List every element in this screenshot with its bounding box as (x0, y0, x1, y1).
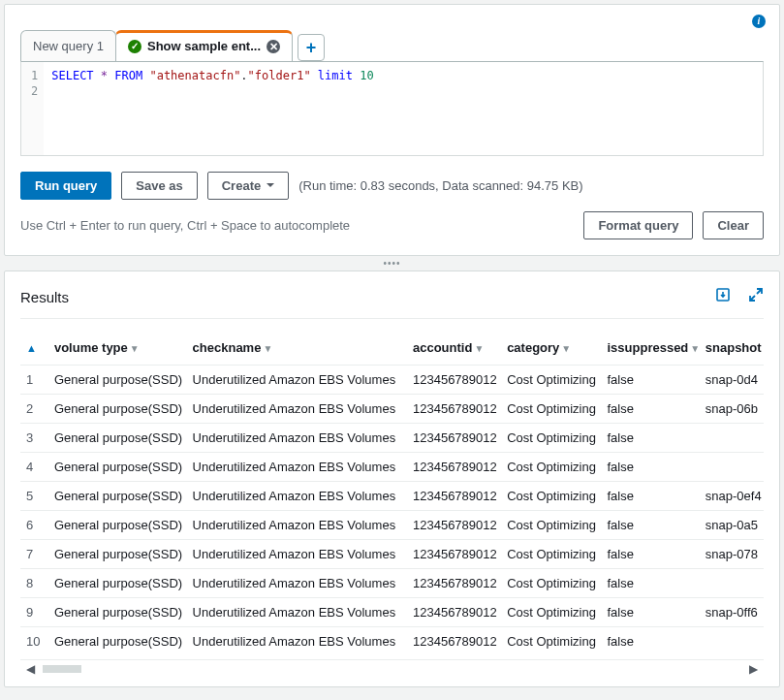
cell-category: Cost Optimizing (501, 424, 601, 453)
col-issuppressed[interactable]: issuppressed▼ (602, 333, 700, 366)
table-row[interactable]: 6General purpose(SSD)Underutilized Amazo… (20, 511, 764, 540)
cell-checkname: Underutilized Amazon EBS Volumes (187, 453, 407, 482)
download-icon[interactable] (715, 287, 731, 306)
cell-snapshot: snap-078 (700, 540, 764, 569)
results-table-container: ▲ volume type▼ checkname▼ accountid▼ cat… (20, 333, 764, 677)
row-number: 7 (20, 540, 48, 569)
scroll-left-icon[interactable]: ◀ (22, 662, 39, 676)
editor-actions: Run query Save as Create (Run time: 0.83… (20, 172, 764, 200)
cell-volume-type: General purpose(SSD) (48, 540, 187, 569)
cell-snapshot: snap-0d4 (700, 366, 764, 395)
table-row[interactable]: 10General purpose(SSD)Underutilized Amaz… (20, 627, 764, 656)
cell-issuppressed: false (602, 395, 700, 424)
cell-volume-type: General purpose(SSD) (48, 482, 187, 511)
cell-accountid: 123456789012 (407, 453, 501, 482)
cell-snapshot: snap-0ff6 (700, 598, 764, 627)
cell-category: Cost Optimizing (501, 482, 601, 511)
tab-label: Show sample ent... (147, 39, 261, 53)
check-icon: ✓ (128, 40, 141, 53)
table-row[interactable]: 1General purpose(SSD)Underutilized Amazo… (20, 366, 764, 395)
horizontal-scrollbar[interactable]: ◀ ▶ (20, 659, 764, 677)
table-row[interactable]: 4General purpose(SSD)Underutilized Amazo… (20, 453, 764, 482)
cell-snapshot: snap-0ef4 (700, 482, 764, 511)
cell-volume-type: General purpose(SSD) (48, 598, 187, 627)
results-title: Results (20, 289, 69, 305)
row-number: 3 (20, 424, 48, 453)
clear-button[interactable]: Clear (703, 211, 764, 239)
cell-issuppressed: false (602, 424, 700, 453)
table-row[interactable]: 2General purpose(SSD)Underutilized Amazo… (20, 395, 764, 424)
cell-checkname: Underutilized Amazon EBS Volumes (187, 598, 407, 627)
query-tabs: New query 1 ✓ Show sample ent... ✕ + (20, 30, 764, 61)
cell-accountid: 123456789012 (407, 366, 501, 395)
format-query-button[interactable]: Format query (583, 211, 693, 239)
col-sort-indicator[interactable]: ▲ (20, 333, 48, 366)
cell-volume-type: General purpose(SSD) (48, 424, 187, 453)
col-checkname[interactable]: checkname▼ (187, 333, 407, 366)
row-number: 4 (20, 453, 48, 482)
col-snapshot[interactable]: snapshot (700, 333, 764, 366)
col-accountid[interactable]: accountid▼ (407, 333, 501, 366)
cell-category: Cost Optimizing (501, 511, 601, 540)
cell-checkname: Underutilized Amazon EBS Volumes (187, 540, 407, 569)
col-volume-type[interactable]: volume type▼ (48, 333, 187, 366)
cell-volume-type: General purpose(SSD) (48, 569, 187, 598)
sql-editor[interactable]: 1 2 SELECT * FROM "athenatacfn"."folder1… (20, 61, 764, 156)
cell-issuppressed: false (602, 540, 700, 569)
cell-issuppressed: false (602, 482, 700, 511)
cell-category: Cost Optimizing (501, 453, 601, 482)
table-row[interactable]: 7General purpose(SSD)Underutilized Amazo… (20, 540, 764, 569)
cell-checkname: Underutilized Amazon EBS Volumes (187, 627, 407, 656)
tab-new-query-1[interactable]: New query 1 (20, 30, 116, 61)
cell-category: Cost Optimizing (501, 627, 601, 656)
cell-accountid: 123456789012 (407, 424, 501, 453)
scroll-right-icon[interactable]: ▶ (745, 662, 762, 676)
cell-issuppressed: false (602, 453, 700, 482)
cell-checkname: Underutilized Amazon EBS Volumes (187, 569, 407, 598)
table-header-row: ▲ volume type▼ checkname▼ accountid▼ cat… (20, 333, 764, 366)
info-icon[interactable]: i (752, 15, 766, 28)
results-table: ▲ volume type▼ checkname▼ accountid▼ cat… (20, 333, 764, 655)
panel-splitter[interactable]: •••• (4, 256, 780, 270)
cell-volume-type: General purpose(SSD) (48, 627, 187, 656)
row-number: 5 (20, 482, 48, 511)
expand-icon[interactable] (748, 287, 764, 306)
cell-issuppressed: false (602, 569, 700, 598)
col-category[interactable]: category▼ (501, 333, 601, 366)
table-row[interactable]: 8General purpose(SSD)Underutilized Amazo… (20, 569, 764, 598)
cell-issuppressed: false (602, 627, 700, 656)
cell-snapshot (700, 453, 764, 482)
run-query-button[interactable]: Run query (20, 172, 111, 200)
editor-gutter: 1 2 (21, 62, 44, 155)
tab-show-sample[interactable]: ✓ Show sample ent... ✕ (115, 30, 293, 61)
cell-volume-type: General purpose(SSD) (48, 395, 187, 424)
close-icon[interactable]: ✕ (267, 40, 280, 53)
cell-snapshot (700, 424, 764, 453)
table-row[interactable]: 5General purpose(SSD)Underutilized Amazo… (20, 482, 764, 511)
cell-issuppressed: false (602, 511, 700, 540)
create-button[interactable]: Create (207, 172, 289, 200)
keyboard-hint: Use Ctrl + Enter to run query, Ctrl + Sp… (20, 218, 350, 233)
cell-accountid: 123456789012 (407, 395, 501, 424)
cell-snapshot (700, 627, 764, 656)
scroll-thumb[interactable] (43, 665, 81, 673)
row-number: 6 (20, 511, 48, 540)
cell-accountid: 123456789012 (407, 627, 501, 656)
cell-accountid: 123456789012 (407, 598, 501, 627)
table-row[interactable]: 9General purpose(SSD)Underutilized Amazo… (20, 598, 764, 627)
results-panel: Results ▲ volume type▼ checkname▼ accoun… (4, 270, 780, 687)
table-row[interactable]: 3General purpose(SSD)Underutilized Amazo… (20, 424, 764, 453)
cell-snapshot: snap-06b (700, 395, 764, 424)
save-as-button[interactable]: Save as (121, 172, 197, 200)
cell-volume-type: General purpose(SSD) (48, 366, 187, 395)
tab-label: New query 1 (33, 39, 104, 53)
query-editor-panel: i New query 1 ✓ Show sample ent... ✕ + 1… (4, 4, 780, 256)
cell-checkname: Underutilized Amazon EBS Volumes (187, 482, 407, 511)
add-tab-button[interactable]: + (298, 34, 325, 61)
cell-checkname: Underutilized Amazon EBS Volumes (187, 366, 407, 395)
cell-accountid: 123456789012 (407, 569, 501, 598)
editor-code[interactable]: SELECT * FROM "athenatacfn"."folder1" li… (44, 62, 381, 155)
cell-accountid: 123456789012 (407, 482, 501, 511)
row-number: 8 (20, 569, 48, 598)
row-number: 2 (20, 395, 48, 424)
